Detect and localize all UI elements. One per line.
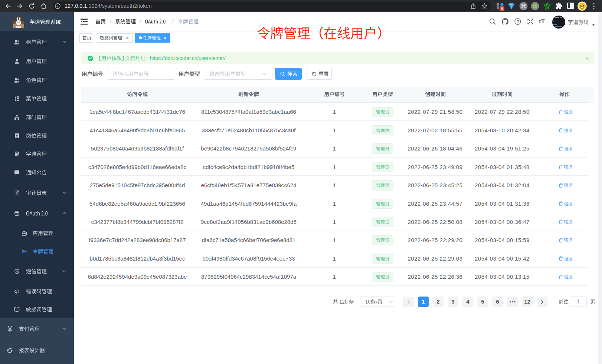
svg-text:9: 9 <box>501 7 503 11</box>
svg-text:?: ? <box>517 19 519 24</box>
